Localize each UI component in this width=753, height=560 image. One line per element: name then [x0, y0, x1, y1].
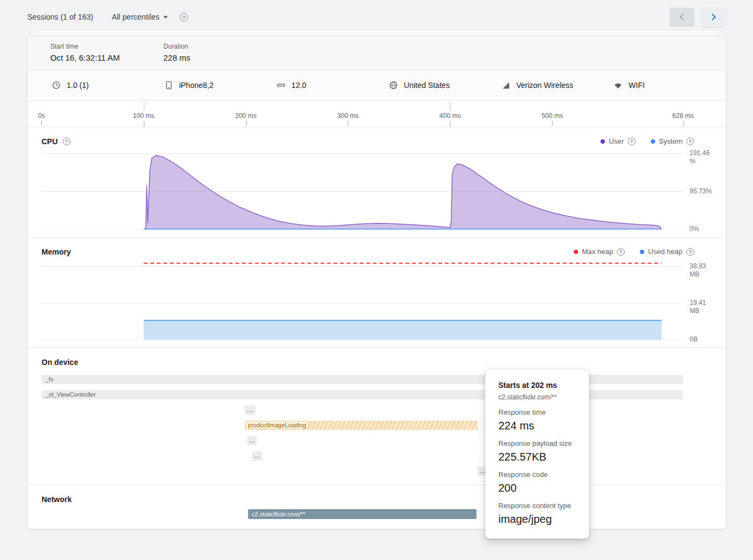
connection-value: WIFI — [628, 81, 645, 90]
tooltip-field-value: image/jpeg — [498, 513, 576, 526]
tooltip-field-value: 225.57KB — [498, 451, 576, 463]
session-detail-page: Sessions (1 of 163) All percentiles Star… — [0, 0, 753, 529]
tooltip-field-label: Response content type — [498, 502, 576, 510]
phone-icon — [164, 80, 174, 90]
memory-ymax-label: 38.83 MB — [690, 262, 716, 279]
percentile-filter-label: All percentiles — [112, 13, 160, 21]
cpu-chart — [42, 150, 683, 229]
connection-item: WIFI — [613, 80, 726, 90]
request-details-tooltip: Starts at 202 ms c2.staticflickr.com/** … — [485, 369, 589, 539]
session-card: Start time Oct 16, 6:32:11 AM Duration 2… — [27, 36, 726, 529]
used-heap-legend-dot — [640, 250, 644, 254]
network-title-group: Network — [42, 495, 72, 504]
carrier-value: Verizon Wireless — [516, 81, 573, 90]
tooltip-field-label: Response payload size — [498, 439, 576, 447]
chevron-right-icon — [708, 11, 720, 23]
timeline-ruler: 0s 100 ms 200 ms 300 ms 400 ms 500 ms 62… — [27, 101, 726, 127]
cpu-ymid-label: 95.73% — [690, 187, 716, 196]
memory-section: Memory Max heap Used heap 38.83 MB 19.41… — [27, 238, 726, 348]
user-legend-dot — [601, 139, 605, 144]
network-section: Network c2.staticflickr.com/** — [27, 485, 726, 523]
duration-label: Duration — [163, 43, 277, 50]
timeline-tick: 500 ms — [542, 112, 563, 120]
start-time: Start time Oct 16, 6:32:11 AM — [50, 43, 163, 62]
max-heap-legend-label: Max heap — [582, 247, 613, 256]
percentile-filter-dropdown[interactable]: All percentiles — [112, 13, 168, 21]
on-device-title-group: On device — [42, 358, 78, 367]
cpu-section: CPU User System 191.46 % 95.73% 0% — [27, 127, 726, 238]
system-help-icon[interactable] — [686, 138, 694, 145]
system-legend-dot — [651, 139, 655, 144]
cpu-chart-area[interactable]: 191.46 % 95.73% 0% — [42, 150, 683, 229]
previous-session-button[interactable] — [669, 8, 695, 27]
memory-ymid-label: 19.41 MB — [690, 299, 716, 315]
duration: Duration 228 ms — [163, 43, 277, 62]
max-heap-help-icon[interactable] — [617, 248, 625, 256]
chevron-left-icon — [676, 11, 688, 23]
on-device-section: On device _fs _st_ViewController ... pro… — [27, 348, 726, 485]
collapsed-trace-chip[interactable]: ... — [252, 451, 262, 461]
wifi-icon — [613, 80, 623, 90]
sessions-count-label: Sessions (1 of 163) — [27, 13, 93, 21]
os-version-item: iOS 12.0 — [276, 81, 389, 90]
cpu-title-group: CPU — [42, 137, 70, 146]
app-version-value: 1.0 (1) — [67, 81, 89, 90]
device-info-row: 1.0 (1) iPhone8,2 iOS 12.0 United States… — [27, 70, 726, 101]
cpu-ymin-label: 0% — [690, 225, 716, 233]
memory-chart — [42, 261, 683, 340]
ios-icon: iOS — [276, 82, 286, 88]
tooltip-field-value: 224 ms — [498, 420, 576, 432]
max-heap-legend-dot — [574, 250, 578, 254]
next-session-button[interactable] — [701, 8, 726, 27]
timeline-tick: 100 ms — [133, 112, 154, 120]
user-help-icon[interactable] — [628, 138, 636, 145]
country-item: United States — [389, 80, 501, 90]
timeline-tick: 628 ms — [672, 112, 693, 120]
cell-signal-icon — [501, 80, 511, 90]
system-legend-label: System — [659, 137, 683, 145]
user-legend-label: User — [609, 137, 623, 145]
trace-bar-product-image-loading[interactable]: productImageLoading — [245, 421, 478, 430]
tooltip-field-label: Response time — [498, 408, 576, 416]
used-heap-legend-label: Used heap — [648, 247, 683, 256]
app-version-icon — [51, 80, 61, 90]
cpu-legend: User System — [601, 137, 694, 145]
cpu-title: CPU — [42, 137, 58, 146]
collapsed-trace-chip[interactable]: ... — [247, 436, 257, 445]
tooltip-field-label: Response code — [498, 470, 576, 479]
start-time-label: Start time — [50, 43, 163, 50]
timeline-tick: 0s — [38, 112, 45, 120]
os-version-value: 12.0 — [291, 81, 306, 90]
cpu-ymax-label: 191.46 % — [690, 149, 716, 166]
memory-ymin-label: 0B — [690, 335, 716, 344]
globe-icon — [389, 80, 398, 90]
app-version-item: 1.0 (1) — [51, 80, 164, 90]
percentile-help-icon[interactable] — [180, 13, 188, 21]
network-title: Network — [42, 495, 72, 504]
tooltip-title: Starts at 202 ms — [498, 381, 576, 390]
cpu-help-icon[interactable] — [63, 138, 70, 145]
timeline-tick: 300 ms — [337, 112, 358, 120]
session-summary: Start time Oct 16, 6:32:11 AM Duration 2… — [27, 36, 726, 70]
network-request-bar[interactable]: c2.staticflickr.com/** — [248, 509, 477, 519]
memory-chart-area[interactable]: 38.83 MB 19.41 MB 0B — [42, 261, 683, 340]
device-model-item: iPhone8,2 — [164, 80, 277, 90]
duration-value: 228 ms — [163, 53, 277, 62]
tooltip-field-value: 200 — [498, 482, 576, 494]
start-time-value: Oct 16, 6:32:11 AM — [50, 53, 163, 62]
toolbar: Sessions (1 of 163) All percentiles — [0, 0, 753, 23]
dropdown-caret-icon — [163, 16, 168, 19]
memory-legend: Max heap Used heap — [574, 247, 694, 256]
country-value: United States — [404, 81, 450, 90]
carrier-item: Verizon Wireless — [501, 80, 614, 90]
on-device-title: On device — [42, 358, 78, 367]
timeline-track: 0s 100 ms 200 ms 300 ms 400 ms 500 ms 62… — [42, 101, 683, 127]
memory-title: Memory — [42, 247, 71, 256]
used-heap-help-icon[interactable] — [686, 248, 694, 256]
device-model-value: iPhone8,2 — [179, 81, 214, 90]
timeline-tick: 400 ms — [439, 112, 461, 120]
timeline-tick: 200 ms — [235, 112, 256, 120]
tooltip-url: c2.staticflickr.com/** — [498, 393, 576, 401]
collapsed-trace-chip[interactable]: ... — [245, 405, 255, 415]
memory-title-group: Memory — [42, 247, 71, 256]
